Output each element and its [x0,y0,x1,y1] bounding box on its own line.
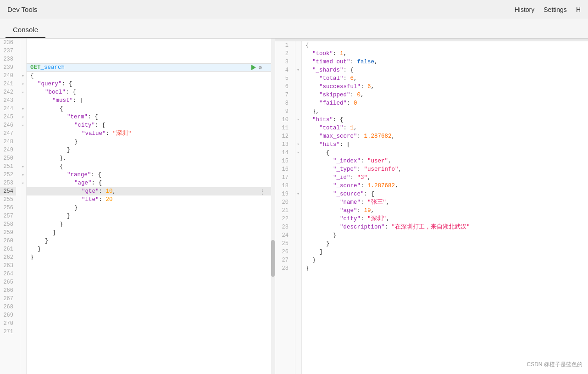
gutter-242[interactable]: ▾ [20,88,26,96]
right-gutter-10[interactable]: ▾ [295,116,301,124]
right-code-line-8: "failed": 0 [302,99,588,107]
watermark: CSDN @橙子是蓝色的 [527,361,582,368]
right-line-num-11: 11 [275,124,291,132]
gutter-262 [20,253,26,262]
history-nav[interactable]: History [515,6,535,13]
left-line-num-251: 251 [0,162,16,171]
console-tab[interactable]: Console [6,22,45,38]
left-line-num-266: 266 [0,286,16,295]
right-gutter-14[interactable]: ▾ [295,149,301,157]
gutter-248 [20,138,26,146]
left-line-num-252: 252 [0,171,16,179]
play-button[interactable] [251,65,256,70]
right-line-num-7: 7 [275,91,291,99]
right-gutter-9 [295,107,301,116]
left-code-line-265 [27,278,275,286]
right-code-line-15: "_index": "user", [302,157,588,165]
right-code-line-27: } [302,256,588,264]
left-code-line-254: "gte": 10, [27,187,275,195]
gutter-241[interactable]: ▾ [20,80,26,88]
right-gutter-3 [295,58,301,66]
left-line-num-258: 258 [0,220,16,229]
left-code-line-270 [27,319,275,328]
right-gutter-4[interactable]: ▾ [295,66,301,74]
right-gutter-25 [295,240,301,248]
left-code-line-267 [27,295,275,303]
left-code-line-241: "query": { [27,80,275,88]
settings-nav[interactable]: Settings [544,6,567,13]
right-gutter-23 [295,223,301,231]
left-line-num-256: 256 [0,204,16,212]
app-title: Dev Tools [7,6,38,13]
right-gutter-26 [295,248,301,256]
gutter-236 [20,39,26,47]
right-gutter-28 [295,264,301,273]
topbar-nav: History Settings H [515,6,581,13]
right-gutter-2 [295,50,301,58]
left-line-num-269: 269 [0,311,16,319]
gutter-252[interactable]: ▾ [20,171,26,179]
left-line-num-265: 265 [0,278,16,286]
right-code-line-12: "max_score": 1.287682, [302,132,588,140]
left-code-line-253: "age": { [27,179,275,187]
left-code-line-266 [27,286,275,295]
right-gutter-13[interactable]: ▾ [295,140,301,149]
right-code-line-26: ] [302,248,588,256]
right-code-line-28: } [302,264,588,273]
gutter-267 [20,295,26,303]
right-gutter-24 [295,231,301,240]
left-line-num-267: 267 [0,295,16,303]
right-gutter-19[interactable]: ▾ [295,190,301,198]
gutter-246[interactable]: ▾ [20,121,26,129]
right-gutter-15 [295,157,301,165]
left-scrollbar[interactable] [271,39,275,374]
left-code-line-268 [27,303,275,311]
right-line-num-19: 19 [275,190,291,198]
right-code-line-14: { [302,149,588,157]
right-code-line-17: "_id": "3", [302,173,588,182]
gutter-257 [20,212,26,220]
left-code-line-243: "must": [ [27,96,275,105]
left-code-line-251: { [27,162,275,171]
right-code-line-23: "description": "在深圳打工，来自湖北武汉" [302,223,588,231]
left-line-num-260: 260 [0,237,16,245]
left-code-line-239: GET _search [27,63,275,72]
right-code-line-16: "_type": "userinfo", [302,165,588,173]
right-code-line-24: } [302,231,588,240]
right-line-num-9: 9 [275,107,291,116]
right-content: 1234567891011121314151617181920212223242… [275,41,588,374]
right-line-num-5: 5 [275,74,291,83]
left-line-num-255: 255 [0,195,16,204]
left-scrollbar-thumb[interactable] [271,240,275,277]
left-line-num-250: 250 [0,154,16,162]
left-line-num-253: 253 [0,179,16,187]
gutter-253[interactable]: ▾ [20,179,26,187]
left-line-num-254: 254 [0,187,16,195]
left-code-content[interactable]: GET _search{"query": {"bool": {"must": [… [27,39,275,374]
right-gutter: ▾▾▾▾▾ [295,41,302,374]
right-line-num-16: 16 [275,165,291,173]
right-code-line-21: "age": 19, [302,207,588,215]
right-code-line-3: "timed_out": false, [302,58,588,66]
settings-icon[interactable]: ⚙ [259,64,262,71]
gutter-265 [20,278,26,286]
gutter-240[interactable]: ▾ [20,72,26,80]
gutter-251[interactable]: ▾ [20,162,26,171]
right-line-num-13: 13 [275,140,291,149]
left-line-num-246: 246 [0,121,16,129]
gutter-245[interactable]: ▾ [20,113,26,121]
left-code-line-259: ] [27,229,275,237]
context-menu-dots[interactable]: ⋮ [259,188,266,196]
left-line-num-237: 237 [0,47,16,55]
left-line-num-248: 248 [0,138,16,146]
right-gutter-1 [295,41,301,50]
left-code-line-245: "term": { [27,113,275,121]
right-line-num-14: 14 [275,149,291,157]
left-code-line-255: "lte": 20 [27,195,275,204]
help-nav[interactable]: H [576,6,581,13]
right-code-line-5: "total": 6, [302,74,588,83]
gutter-244[interactable]: ▾ [20,105,26,113]
right-code-line-2: "took": 1, [302,50,588,58]
right-gutter-12 [295,132,301,140]
left-panel: 2362372382392402412422432442452462472482… [0,39,275,374]
